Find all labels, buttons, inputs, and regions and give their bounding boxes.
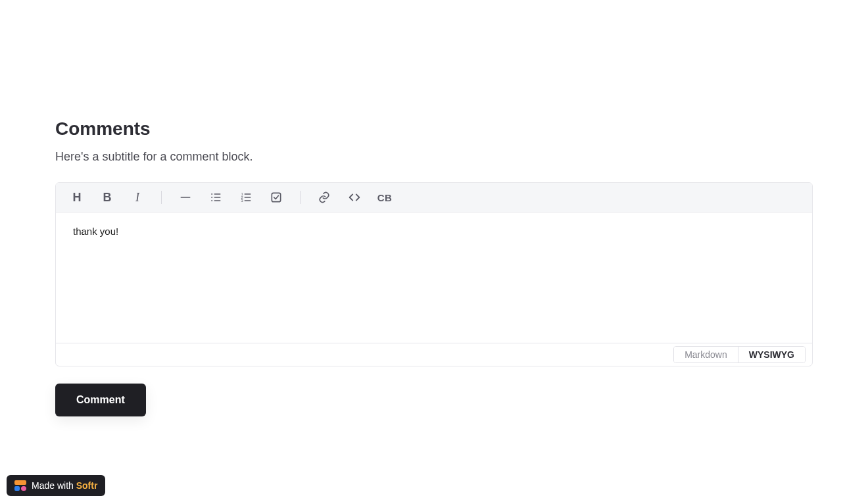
markdown-mode-button[interactable]: Markdown [674,347,738,362]
horizontal-rule-icon [179,191,192,204]
wysiwyg-mode-button[interactable]: WYSIWYG [738,347,805,362]
editor-toolbar: H B I 1 2 3 [56,183,812,213]
svg-point-1 [211,193,212,195]
made-with-softr-badge[interactable]: Made with Softr [7,475,105,496]
ordered-list-icon: 1 2 3 [239,191,253,204]
svg-text:3: 3 [241,199,243,203]
horizontal-rule-button[interactable] [178,189,193,205]
badge-prefix: Made with [32,480,76,491]
italic-button[interactable]: I [130,189,145,205]
toolbar-separator [300,191,301,204]
checkbox-icon [270,191,283,204]
heading-button[interactable]: H [69,189,85,205]
comment-textarea[interactable]: thank you! [56,213,812,343]
comment-editor: H B I 1 2 3 [55,182,813,366]
submit-comment-button[interactable]: Comment [55,384,146,416]
bold-button[interactable]: B [99,189,115,205]
svg-rect-13 [272,193,280,201]
editor-footer: Markdown WYSIWYG [56,343,812,366]
comments-title: Comments [55,118,813,139]
softr-logo-icon [14,480,26,491]
svg-point-3 [211,197,212,198]
comments-subtitle: Here's a subtitle for a comment block. [55,150,813,164]
badge-text: Made with Softr [32,480,97,491]
editor-mode-toggle: Markdown WYSIWYG [673,346,806,363]
link-button[interactable] [316,189,332,205]
bullet-list-button[interactable] [208,189,224,205]
code-inline-button[interactable] [347,189,362,205]
bullet-list-icon [209,191,222,204]
code-icon [347,190,362,205]
badge-brand: Softr [76,480,98,491]
toolbar-separator [161,191,162,204]
code-block-button[interactable]: CB [377,189,393,205]
svg-point-5 [211,200,212,201]
link-icon [318,191,331,204]
ordered-list-button[interactable]: 1 2 3 [238,189,254,205]
task-list-button[interactable] [268,189,284,205]
